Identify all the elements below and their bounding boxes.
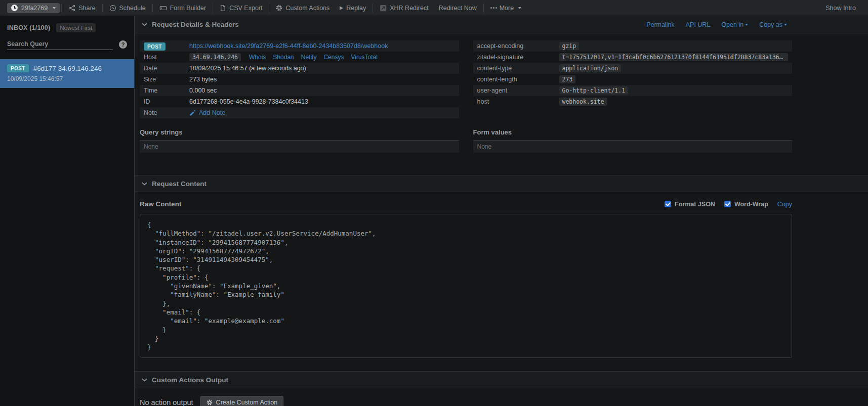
divider	[213, 4, 213, 13]
api-url-link[interactable]: API URL	[686, 21, 711, 28]
redirect-now-label: Redirect Now	[439, 5, 477, 12]
file-icon	[220, 5, 226, 12]
pencil-icon	[189, 110, 196, 116]
replay-label: Replay	[346, 5, 366, 12]
id-row: ID 6d177268-055e-4e4a-9928-7384c0f34413	[140, 96, 459, 107]
section-custom-actions-output: Custom Actions Output	[135, 371, 868, 388]
header-value: 273	[559, 75, 576, 83]
method-badge: POST	[7, 64, 29, 72]
header-key: content-type	[477, 65, 559, 72]
note-label: Note	[144, 109, 189, 116]
divider	[483, 4, 484, 13]
request-timestamp: 10/09/2025 15:46:57	[7, 75, 127, 82]
share-icon	[68, 5, 75, 12]
header-key: accept-encoding	[477, 42, 559, 50]
workspace-menu[interactable]: 29fa2769	[7, 3, 60, 13]
size-label: Size	[144, 76, 189, 83]
size-row: Size 273 bytes	[140, 74, 459, 85]
request-url-link[interactable]: https://webhook.site/29fa2769-e2f6-44ff-…	[189, 42, 388, 50]
censys-link[interactable]: Censys	[323, 54, 344, 61]
shodan-link[interactable]: Shodan	[273, 54, 294, 61]
virustotal-link[interactable]: VirusTotal	[351, 54, 377, 61]
time-row: Time 0.000 sec	[140, 85, 459, 96]
note-row: Note Add Note	[140, 107, 459, 118]
whois-link[interactable]: Whois	[249, 54, 266, 61]
custom-actions-label: Custom Actions	[285, 5, 329, 12]
chevron-down-icon	[745, 24, 748, 26]
create-custom-action-button[interactable]: Create Custom Action	[200, 396, 284, 406]
clock-icon	[109, 5, 116, 12]
form-values-title: Form values	[473, 126, 793, 141]
custom-actions-button[interactable]: Custom Actions	[271, 5, 335, 12]
permalink-link[interactable]: Permalink	[646, 21, 675, 28]
more-menu[interactable]: More	[485, 5, 526, 12]
chevron-down-icon[interactable]	[142, 378, 147, 382]
inbox-count-label: INBOX (1/100)	[7, 24, 50, 31]
sort-order-button[interactable]: Newest First	[56, 23, 96, 32]
workspace-label: 29fa2769	[21, 5, 48, 12]
chevron-down-icon	[518, 7, 521, 9]
date-value: 10/09/2025 15:46:57 (a few seconds ago)	[189, 65, 306, 72]
csv-export-button[interactable]: CSV Export	[215, 5, 267, 12]
play-icon	[340, 6, 343, 10]
date-row: Date 10/09/2025 15:46:57 (a few seconds …	[140, 63, 459, 74]
chevron-down-icon	[53, 7, 56, 9]
word-wrap-checkbox[interactable]: Word-Wrap	[724, 201, 768, 208]
header-key: content-length	[477, 76, 559, 83]
form-values-empty: None	[473, 141, 793, 153]
header-row: content-length 273	[473, 74, 793, 85]
divider	[61, 4, 62, 13]
ellipsis-icon	[490, 7, 492, 9]
date-label: Date	[144, 65, 189, 72]
form-values-section: Form values None	[473, 126, 793, 153]
redirect-now-button[interactable]: Redirect Now	[434, 5, 482, 12]
divider	[152, 4, 153, 13]
netify-link[interactable]: Netify	[301, 54, 317, 61]
header-value: application/json	[559, 64, 622, 72]
section-request-details: Request Details & Headers Permalink API …	[135, 16, 868, 33]
xhr-redirect-button[interactable]: XHR Redirect	[375, 5, 433, 12]
request-title: #6d177 34.69.146.246	[33, 65, 102, 72]
form-builder-label: Form Builder	[170, 5, 206, 12]
replay-button[interactable]: Replay	[335, 5, 371, 12]
share-button[interactable]: Share	[63, 5, 100, 12]
chevron-down-icon[interactable]	[142, 182, 147, 186]
query-strings-empty: None	[140, 141, 459, 153]
add-note-button[interactable]: Add Note	[189, 109, 225, 116]
open-in-menu[interactable]: Open in	[721, 21, 748, 28]
schedule-button[interactable]: Schedule	[104, 5, 151, 12]
checkbox-checked-icon	[665, 201, 671, 207]
create-custom-action-label: Create Custom Action	[216, 399, 278, 406]
checkbox-checked-icon	[724, 201, 731, 207]
show-intro-button[interactable]: Show Intro	[820, 5, 861, 12]
request-headers-table: accept-encoding gzip zitadel-signature t…	[473, 40, 793, 118]
section-title: Request Details & Headers	[152, 21, 239, 28]
header-key: user-agent	[477, 87, 559, 94]
header-row: zitadel-signature t=1757512017,v1=1f3cab…	[473, 52, 793, 63]
more-label: More	[500, 5, 514, 12]
section-request-content: Request Content	[135, 175, 868, 192]
copy-raw-content-link[interactable]: Copy	[777, 201, 792, 208]
header-row: content-type application/json	[473, 63, 793, 74]
xhr-redirect-label: XHR Redirect	[390, 5, 428, 12]
request-list-item-selected[interactable]: POST #6d177 34.69.146.246 10/09/2025 15:…	[0, 59, 134, 88]
gear-icon	[206, 399, 213, 405]
divider	[102, 4, 103, 13]
method-badge: POST	[144, 42, 166, 51]
form-builder-icon	[159, 5, 167, 12]
id-value: 6d177268-055e-4e4a-9928-7384c0f34413	[189, 98, 308, 105]
header-key: zitadel-signature	[477, 54, 559, 61]
help-icon[interactable]: ?	[119, 40, 127, 49]
search-input[interactable]	[7, 38, 113, 50]
schedule-label: Schedule	[119, 5, 146, 12]
copy-as-menu[interactable]: Copy as	[759, 21, 787, 28]
header-key: host	[477, 98, 559, 105]
chevron-down-icon[interactable]	[142, 23, 147, 26]
raw-content-block[interactable]: { "fullMethod": "/zitadel.user.v2.UserSe…	[140, 214, 792, 358]
format-json-checkbox[interactable]: Format JSON	[665, 201, 715, 208]
section-title: Custom Actions Output	[152, 376, 228, 384]
divider	[269, 4, 269, 13]
time-value: 0.000 sec	[189, 87, 217, 94]
clock-logo-icon	[11, 5, 18, 11]
form-builder-button[interactable]: Form Builder	[154, 5, 212, 12]
